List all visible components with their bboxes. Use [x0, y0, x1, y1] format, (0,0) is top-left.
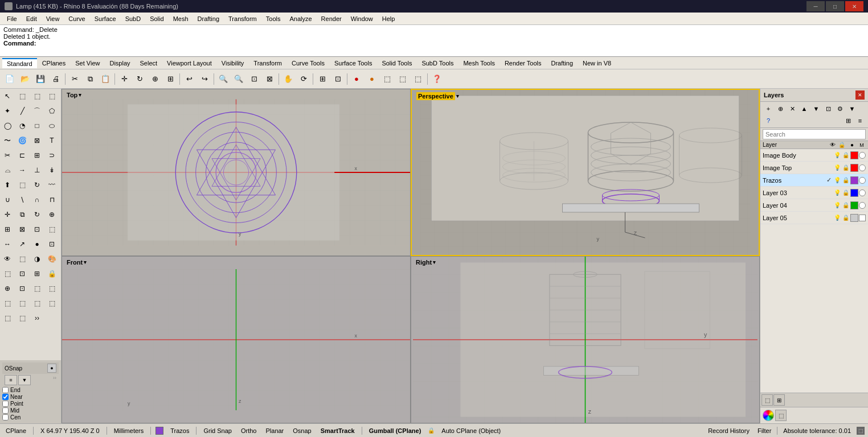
sb-grid-snap[interactable]: Grid Snap [201, 427, 234, 435]
lt-text[interactable]: T [44, 133, 59, 148]
sb-planar[interactable]: Planar [263, 427, 286, 435]
layer-visible-trazos[interactable]: 💡 [833, 176, 841, 184]
menu-transform[interactable]: Transform [224, 14, 261, 23]
layer-new-sub-btn[interactable]: ⊕ [775, 103, 786, 114]
color1-btn[interactable]: ● [349, 72, 364, 86]
lt-hatch[interactable]: ⊠ [30, 133, 44, 148]
layer-select-btn[interactable]: ⊡ [822, 103, 834, 114]
viewport-right[interactable]: Right ▾ [411, 256, 760, 423]
layer-dot-04[interactable] [859, 202, 866, 209]
tab-surface-tools[interactable]: Surface Tools [330, 59, 376, 68]
tab-render-tools[interactable]: Render Tools [500, 59, 546, 68]
layer-lock-05[interactable]: 🔒 [842, 214, 850, 222]
scale-btn[interactable]: ⊕ [148, 72, 162, 86]
tab-subd-tools[interactable]: SubD Tools [417, 59, 458, 68]
lt-dot[interactable]: ● [30, 237, 44, 252]
sb-filter[interactable]: Filter [755, 427, 773, 435]
sb-osnap[interactable]: Osnap [290, 427, 313, 435]
sb-gumball[interactable]: Gumball (CPlane) [367, 427, 424, 435]
layer-row-image-body[interactable]: Image Body 💡 🔒 [760, 149, 868, 162]
open-btn[interactable]: 📂 [18, 72, 32, 86]
rb-panel-btn[interactable]: ⬚ [775, 410, 787, 421]
layer-row-04[interactable]: Layer 04 💡 🔒 [760, 199, 868, 212]
rp-icon1[interactable]: ⬚ [761, 394, 773, 406]
lt-scale-obj[interactable]: ⊕ [44, 207, 59, 222]
lt-clipping[interactable]: ⊡ [44, 237, 59, 252]
lt-named-view[interactable]: 👁 [0, 252, 15, 266]
pan-btn[interactable]: ✋ [281, 72, 296, 86]
color5-btn[interactable]: ⬚ [411, 72, 425, 86]
lt-trim[interactable]: ✂ [0, 148, 15, 163]
tab-transform[interactable]: Transform [249, 59, 286, 68]
lt-boolean-union[interactable]: ∪ [0, 192, 15, 207]
menu-file[interactable]: File [2, 14, 22, 23]
lt-select4[interactable]: ⬚ [44, 89, 59, 104]
layers-search-input[interactable] [763, 129, 866, 139]
osnap-all-btn[interactable]: ≡ [5, 375, 17, 385]
tab-viewport-layout[interactable]: Viewport Layout [162, 59, 216, 68]
layer-visible-03[interactable]: 💡 [833, 189, 841, 197]
lt-split[interactable]: ⊏ [15, 148, 30, 163]
cut-btn[interactable]: ✂ [67, 72, 82, 86]
lt-select2[interactable]: ⬚ [15, 89, 30, 104]
lt-join[interactable]: ⊞ [30, 148, 44, 163]
lt-block[interactable]: ⬚ [44, 222, 59, 237]
lt-show[interactable]: ⊞ [30, 266, 44, 281]
layer-visible-04[interactable]: 💡 [833, 201, 841, 209]
lt-sub-sel[interactable]: ⬚ [0, 266, 15, 281]
zoom-in-btn[interactable]: 🔍 [216, 72, 231, 86]
sb-smarttrack[interactable]: SmartTrack [318, 427, 357, 435]
lt-ellipse[interactable]: ⬭ [44, 118, 59, 133]
layer-dot-image-top[interactable] [859, 164, 866, 171]
menu-drafting[interactable]: Drafting [193, 14, 224, 23]
lt-project[interactable]: ⊥ [30, 163, 44, 178]
layer-color-03[interactable] [850, 189, 858, 197]
tab-solid-tools[interactable]: Solid Tools [377, 59, 416, 68]
menu-curve[interactable]: Curve [64, 14, 89, 23]
layer-lock-03[interactable]: 🔒 [842, 189, 850, 197]
lt-circle[interactable]: ◯ [0, 118, 15, 133]
sb-cplane[interactable]: CPlane [3, 427, 28, 435]
layer-filter-btn[interactable]: ▼ [846, 103, 858, 114]
lt-render-btn[interactable]: 🎨 [44, 252, 59, 266]
layer-display-list-btn[interactable]: ≡ [854, 115, 866, 126]
lt-group[interactable]: ⊡ [30, 222, 44, 237]
sb-layer[interactable]: Trazos [168, 427, 191, 435]
osnap-point[interactable]: Point [2, 401, 59, 407]
viewport-front-dropdown[interactable]: ▾ [84, 259, 87, 265]
viewport-front[interactable]: Front ▾ x z y [62, 256, 411, 423]
lt-revolve[interactable]: ↻ [30, 178, 44, 192]
layer-lock-04[interactable]: 🔒 [842, 201, 850, 209]
lt-lock[interactable]: 🔒 [44, 266, 59, 281]
paste-btn[interactable]: 📋 [98, 72, 113, 86]
lt-rotate-obj[interactable]: ↻ [30, 207, 44, 222]
lt-curve[interactable]: ⌒ [30, 104, 44, 118]
lt-sweep[interactable]: 〰 [44, 178, 59, 192]
osnap-mid[interactable]: Mid [2, 407, 59, 414]
maximize-button[interactable]: □ [826, 1, 844, 11]
tab-display[interactable]: Display [105, 59, 134, 68]
lt-rect[interactable]: □ [30, 118, 44, 133]
lt-array[interactable]: ⊠ [15, 222, 30, 237]
lt-cap[interactable]: ⊓ [44, 192, 59, 207]
lt-snap2d[interactable]: ⊡ [15, 281, 30, 296]
lt-mirror-obj[interactable]: ⊞ [0, 222, 15, 237]
menu-solid[interactable]: Solid [145, 14, 168, 23]
lt-extrude[interactable]: ⬆ [0, 178, 15, 192]
lt-select3[interactable]: ⬚ [30, 89, 44, 104]
zoom-all-btn[interactable]: ⊠ [262, 72, 277, 86]
lt-hide[interactable]: ⊡ [15, 266, 30, 281]
osnap-near[interactable]: Near [2, 394, 59, 400]
menu-subd[interactable]: SubD [121, 14, 146, 23]
menu-analyze[interactable]: Analyze [285, 14, 316, 23]
layer-row-image-top[interactable]: Image Top 💡 🔒 [760, 162, 868, 174]
menu-mesh[interactable]: Mesh [169, 14, 193, 23]
sb-ortho[interactable]: Ortho [239, 427, 259, 435]
tab-drafting[interactable]: Drafting [547, 59, 578, 68]
layer-visible-image-body[interactable]: 💡 [833, 151, 841, 159]
grid-btn[interactable]: ⊞ [315, 72, 330, 86]
sb-record-history[interactable]: Record History [706, 427, 752, 435]
layer-dot-03[interactable] [859, 189, 866, 196]
layer-color-image-body[interactable] [850, 151, 858, 159]
menu-view[interactable]: View [42, 14, 64, 23]
